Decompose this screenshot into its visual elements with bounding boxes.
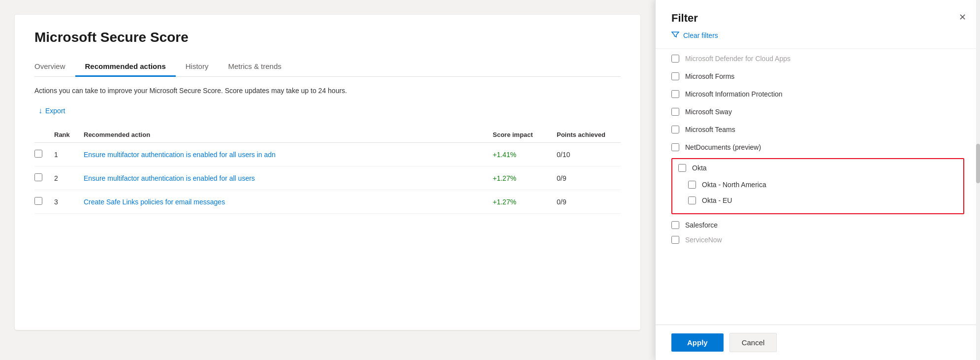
export-button[interactable]: ↓ Export [34,104,69,117]
filter-item-sway[interactable]: Microsoft Sway [671,103,964,121]
filter-label-servicenow: ServiceNow [685,236,722,244]
row1-score: +1.41% [493,151,557,159]
checkbox-defender-cloud[interactable] [671,55,679,63]
okta-children: Okta - North America Okta - EU [672,177,963,213]
filter-item-info-protection[interactable]: Microsoft Information Protection [671,85,964,103]
row1-checkbox[interactable] [34,150,42,158]
filter-label-sway: Microsoft Sway [685,108,732,116]
checkbox-okta-eu[interactable] [688,196,696,204]
tab-overview[interactable]: Overview [34,57,75,77]
row2-checkbox[interactable] [34,173,42,181]
close-button[interactable]: ✕ [957,10,968,25]
filter-item-teams[interactable]: Microsoft Teams [671,121,964,138]
row3-score: +1.27% [493,198,557,206]
filter-item-okta-na[interactable]: Okta - North America [678,177,957,193]
row2-action[interactable]: Ensure multifactor authentication is ena… [84,174,493,182]
filter-label-info-protection: Microsoft Information Protection [685,90,783,98]
checkbox-info-protection[interactable] [671,90,679,98]
header-action: Recommended action [84,131,493,138]
checkbox-okta[interactable] [678,164,686,172]
checkbox-sway[interactable] [671,108,679,116]
table-row: 2 Ensure multifactor authentication is e… [34,166,621,190]
filter-item-okta[interactable]: Okta [672,159,963,177]
filter-item-okta-eu[interactable]: Okta - EU [678,193,957,208]
row3-rank: 3 [54,198,84,206]
filter-label-okta-eu: Okta - EU [702,196,732,204]
filter-label-okta: Okta [692,164,707,172]
filter-footer: Apply Cancel [656,325,980,360]
filter-label-forms: Microsoft Forms [685,72,734,80]
filter-item-netdocuments[interactable]: NetDocuments (preview) [671,138,964,156]
row1-checkbox-cell [34,150,54,159]
tab-recommended-actions[interactable]: Recommended actions [75,57,176,77]
row2-points: 0/9 [557,174,621,182]
description-text: Actions you can take to improve your Mic… [34,87,621,95]
clear-filters-label: Clear filters [683,32,718,39]
clear-filters-button[interactable]: Clear filters [671,31,718,40]
row3-checkbox-cell [34,197,54,206]
filter-item-servicenow[interactable]: ServiceNow [671,234,964,249]
checkbox-forms[interactable] [671,72,679,80]
header-checkbox-col [34,131,54,138]
checkbox-teams[interactable] [671,126,679,133]
header-rank: Rank [54,131,84,138]
row3-checkbox[interactable] [34,197,42,205]
filter-item-forms[interactable]: Microsoft Forms [671,67,964,85]
row1-points: 0/10 [557,151,621,159]
checkbox-servicenow[interactable] [671,236,679,244]
apply-button[interactable]: Apply [671,333,724,352]
row2-checkbox-cell [34,173,54,183]
row3-points: 0/9 [557,198,621,206]
export-label: Export [45,107,65,115]
table-row: 1 Ensure multifactor authentication is e… [34,143,621,166]
main-content: Microsoft Secure Score Overview Recommen… [15,15,640,330]
filter-panel: ✕ Filter Clear filters Microsoft Defende… [655,0,980,360]
row1-action[interactable]: Ensure multifactor authentication is ena… [84,151,493,159]
okta-group: Okta Okta - North America Okta - EU [671,158,964,214]
toolbar: ↓ Export [34,104,621,117]
table-header: Rank Recommended action Score impact Poi… [34,127,621,143]
row2-rank: 2 [54,174,84,182]
tab-metrics-trends[interactable]: Metrics & trends [218,57,291,77]
main-panel: Microsoft Secure Score Overview Recommen… [0,0,655,360]
table-row: 3 Create Safe Links policies for email m… [34,190,621,214]
filter-label-netdocuments: NetDocuments (preview) [685,143,761,151]
header-points: Points achieved [557,131,621,138]
export-icon: ↓ [38,106,42,115]
filter-header: Filter Clear filters [656,0,980,49]
scrollbar-track [976,0,980,360]
cancel-button[interactable]: Cancel [729,333,777,352]
checkbox-salesforce[interactable] [671,221,679,229]
checkbox-netdocuments[interactable] [671,143,679,151]
filter-funnel-icon [671,31,679,40]
header-score: Score impact [493,131,557,138]
row1-rank: 1 [54,151,84,159]
filter-item-salesforce[interactable]: Salesforce [671,216,964,234]
scrollbar-thumb[interactable] [976,144,980,183]
filter-label-okta-na: Okta - North America [702,181,766,189]
page-title: Microsoft Secure Score [34,30,621,45]
filter-label-defender-cloud: Microsoft Defender for Cloud Apps [685,55,790,63]
tab-history[interactable]: History [176,57,219,77]
filter-label-teams: Microsoft Teams [685,126,735,133]
filter-item-defender-cloud[interactable]: Microsoft Defender for Cloud Apps [671,53,964,67]
row3-action[interactable]: Create Safe Links policies for email mes… [84,198,493,206]
row2-score: +1.27% [493,174,557,182]
filter-label-salesforce: Salesforce [685,221,718,229]
tab-bar: Overview Recommended actions History Met… [34,57,621,77]
filter-title: Filter [671,12,964,25]
checkbox-okta-na[interactable] [688,181,696,189]
filter-list: Microsoft Defender for Cloud Apps Micros… [656,49,980,325]
